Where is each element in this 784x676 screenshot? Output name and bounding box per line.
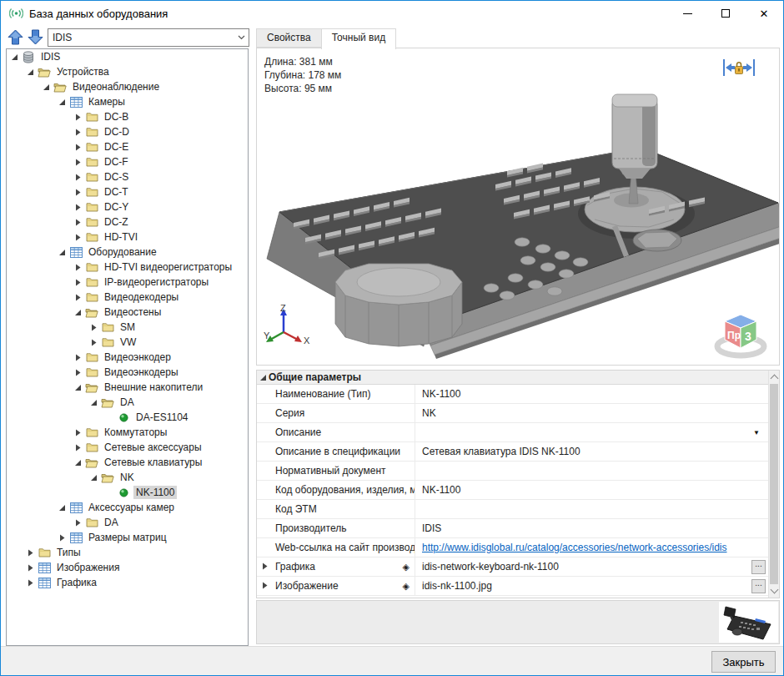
tree-item-label[interactable]: Размеры матриц [86, 531, 169, 544]
property-row[interactable]: Код оборудования, изделия, матери...NK-1… [257, 481, 768, 500]
tree-item-label[interactable]: Типы [54, 546, 83, 559]
browse-button[interactable]: ... [751, 560, 766, 574]
tree-item-label[interactable]: VW [118, 335, 138, 349]
property-row[interactable]: Web-ссылка на сайт производителяhttp://w… [257, 538, 768, 557]
tree-item-label[interactable]: DC-Z [102, 215, 131, 229]
tree-item[interactable]: Размеры матриц [7, 530, 248, 545]
tree-item[interactable]: NK [7, 470, 248, 485]
property-value-cell[interactable]: idis-nk-1100.jpg... [415, 577, 768, 595]
tree-item[interactable]: DC-Z [7, 214, 248, 230]
property-value-cell[interactable] [415, 500, 768, 518]
tree-item-label[interactable]: DA-ES1104 [133, 411, 190, 424]
tree-item-label[interactable]: Аксессуары камер [86, 501, 177, 514]
browse-button[interactable]: ... [751, 579, 766, 593]
tree-item[interactable]: VW [7, 335, 248, 350]
tree-item[interactable]: Графика [7, 575, 248, 590]
tab-exact-view[interactable]: Точный вид [321, 28, 396, 49]
tree-item-label[interactable]: Видеонаблюдение [70, 80, 162, 93]
property-value-cell[interactable]: Сетевая клавиатура IDIS NK-1100 [415, 442, 768, 461]
expander-expanded-icon[interactable] [73, 383, 83, 392]
tree-item-label[interactable]: Видеоэнкодер [102, 351, 173, 364]
tree-item-label[interactable]: DC-E [102, 140, 131, 154]
tree-item[interactable]: Камеры [7, 94, 248, 109]
expander-collapsed-icon[interactable] [89, 338, 98, 347]
propgrid-scrollbar[interactable] [768, 371, 779, 598]
tree-item[interactable]: HD-TVI [7, 230, 248, 245]
tree-item-label[interactable]: Сетевые клавиатуры [102, 456, 204, 469]
tree-item-label[interactable]: DC-Y [102, 200, 131, 214]
tree-item[interactable]: Внешние накопители [7, 380, 248, 395]
property-value-cell[interactable]: idis-network-keyboard-nk-1100... [415, 557, 768, 576]
expander-expanded-icon[interactable] [73, 458, 83, 467]
tree-item-label[interactable]: Сетевые аксессуары [102, 441, 204, 454]
expander-collapsed-icon[interactable] [73, 158, 83, 167]
property-value-cell[interactable]: ▼ [415, 423, 768, 441]
property-value-cell[interactable]: http://www.idisglobal.ru/catalog/accesso… [415, 538, 768, 557]
expander-collapsed-icon[interactable] [73, 368, 83, 377]
property-row[interactable]: ПроизводительIDIS [257, 519, 768, 538]
scroll-up-icon[interactable] [771, 375, 779, 383]
expander-collapsed-icon[interactable] [261, 561, 269, 573]
property-value-cell[interactable]: NK [415, 404, 768, 422]
property-row[interactable]: Описание▼ [257, 423, 768, 442]
product-photo-thumbnail[interactable] [719, 602, 778, 643]
expander-expanded-icon[interactable] [26, 68, 35, 77]
tree-item[interactable]: IDIS [7, 49, 248, 64]
expander-expanded-icon[interactable] [73, 308, 83, 317]
dropdown-arrow-icon[interactable]: ▼ [753, 429, 760, 436]
property-row[interactable]: Изображение◈idis-nk-1100.jpg... [257, 577, 768, 596]
tree-item[interactable]: SM [7, 320, 248, 335]
tree-item[interactable]: Видеодекодеры [7, 290, 248, 305]
tree-item[interactable]: Изображения [7, 560, 248, 575]
expander-collapsed-icon[interactable] [73, 128, 83, 137]
tree-item[interactable]: Видеоэнкодеры [7, 365, 248, 380]
expander-collapsed-icon[interactable] [89, 323, 98, 332]
3d-viewport[interactable]: Длина: 381 мм Глубина: 178 мм Высота: 95… [256, 48, 780, 366]
expander-expanded-icon[interactable] [10, 53, 19, 62]
expander-collapsed-icon[interactable] [73, 428, 83, 437]
tree-item[interactable]: Типы [7, 545, 248, 560]
property-row[interactable]: Графика◈idis-network-keyboard-nk-1100... [257, 557, 768, 577]
tree-item-label[interactable]: DC-F [102, 155, 131, 169]
expander-collapsed-icon[interactable] [73, 233, 83, 242]
tree-item-label[interactable]: IDIS [38, 50, 63, 63]
expander-collapsed-icon[interactable] [73, 143, 83, 152]
property-row[interactable]: Нормативный документ [257, 462, 768, 481]
manufacturer-link[interactable]: http://www.idisglobal.ru/catalog/accesso… [422, 542, 727, 553]
expander-expanded-icon[interactable] [58, 98, 67, 107]
property-group-header[interactable]: Общие параметры [257, 371, 768, 385]
tree-item[interactable]: HD-TVI видеорегистраторы [7, 260, 248, 275]
tree-item-label[interactable]: Внешние накопители [102, 381, 205, 394]
scrollbar-thumb[interactable] [770, 384, 778, 584]
tree-item-label[interactable]: DC-T [102, 185, 131, 199]
expander-collapsed-icon[interactable] [261, 580, 269, 592]
tree-item-label[interactable]: Оборудование [86, 245, 159, 259]
property-value-cell[interactable]: NK-1100 [415, 481, 768, 499]
tree-item[interactable]: DC-T [7, 184, 248, 199]
expander-collapsed-icon[interactable] [73, 518, 83, 527]
scroll-down-icon[interactable] [771, 586, 779, 594]
tree-item-label[interactable]: DA [102, 516, 121, 529]
tree-item-label[interactable]: DC-D [102, 125, 132, 139]
tree-item-label[interactable]: NK [118, 471, 137, 484]
tree-item[interactable]: Сетевые клавиатуры [7, 455, 248, 470]
tree-item-label[interactable]: DC-B [102, 110, 131, 124]
expander-collapsed-icon[interactable] [26, 563, 35, 573]
tree-item-label[interactable]: Видеодекодеры [102, 290, 181, 304]
equipment-combobox[interactable]: IDIS [48, 28, 249, 47]
tree-item[interactable]: IP-видеорегистраторы [7, 275, 248, 290]
expander-collapsed-icon[interactable] [26, 548, 35, 557]
navigate-down-button[interactable] [27, 28, 44, 46]
tree-item[interactable]: Коммутаторы [7, 425, 248, 440]
expander-collapsed-icon[interactable] [73, 113, 83, 122]
expander-collapsed-icon[interactable] [73, 263, 83, 272]
tree-item[interactable]: Видеоэнкодер [7, 350, 248, 365]
expander-expanded-icon[interactable] [58, 503, 67, 512]
expander-expanded-icon[interactable] [89, 398, 98, 407]
expander-collapsed-icon[interactable] [73, 218, 83, 227]
close-button[interactable]: ✕ [745, 1, 783, 26]
property-row[interactable]: Код ЭТМ [257, 500, 768, 519]
tree-item[interactable]: DA [7, 395, 248, 410]
tree-item[interactable]: Видеонаблюдение [7, 79, 248, 94]
tree-item[interactable]: DA [7, 515, 248, 530]
